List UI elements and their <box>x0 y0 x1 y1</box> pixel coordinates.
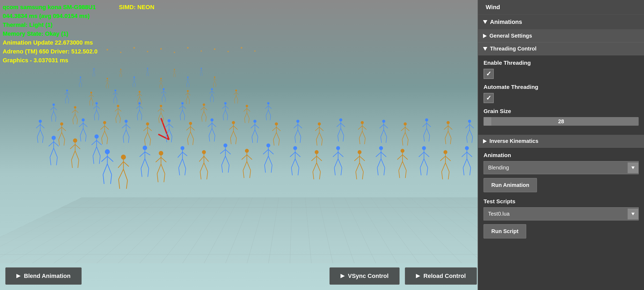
svg-line-16 <box>161 118 169 140</box>
svg-line-232 <box>137 115 138 120</box>
svg-line-209 <box>77 119 78 124</box>
wind-header[interactable]: Wind <box>478 0 644 15</box>
svg-line-285 <box>67 92 69 95</box>
svg-line-49 <box>78 160 79 168</box>
blending-dropdown[interactable]: Blending <box>484 161 639 174</box>
svg-point-178 <box>254 120 256 123</box>
animations-header[interactable]: Animations <box>478 15 644 30</box>
svg-line-120 <box>80 136 81 142</box>
svg-line-55 <box>97 147 100 156</box>
svg-line-436 <box>294 124 298 128</box>
threading-control-label: Threading Control <box>490 46 536 52</box>
inverse-kinematics-header[interactable]: Inverse Kinematics <box>478 135 644 148</box>
automate-threading-checkbox[interactable] <box>484 93 494 103</box>
svg-line-239 <box>161 113 163 118</box>
svg-line-137 <box>128 137 129 143</box>
svg-line-76 <box>220 150 225 154</box>
svg-point-298 <box>115 90 116 91</box>
svg-line-192 <box>273 140 274 146</box>
svg-line-276 <box>265 106 268 109</box>
svg-line-54 <box>93 147 97 156</box>
svg-line-177 <box>236 138 236 144</box>
svg-line-129 <box>107 138 108 144</box>
svg-line-289 <box>68 100 69 103</box>
svg-line-233 <box>141 115 142 120</box>
svg-point-538 <box>315 150 318 154</box>
svg-line-497 <box>450 138 451 144</box>
blending-value: Blending <box>484 161 628 174</box>
svg-point-586 <box>444 150 447 154</box>
svg-point-242 <box>181 102 184 104</box>
svg-line-151 <box>169 129 172 136</box>
svg-line-446 <box>316 132 319 140</box>
enable-threading-checkbox[interactable] <box>484 69 494 79</box>
svg-line-125 <box>105 126 109 129</box>
svg-line-310 <box>138 97 140 101</box>
svg-line-536 <box>291 168 292 175</box>
svg-line-279 <box>268 110 271 116</box>
svg-line-566 <box>377 159 381 168</box>
svg-line-273 <box>249 118 249 123</box>
svg-line-376 <box>160 86 160 88</box>
play-icon <box>16 274 21 278</box>
svg-line-567 <box>381 159 385 168</box>
svg-line-53 <box>97 140 102 145</box>
svg-line-85 <box>247 155 252 160</box>
svg-line-575 <box>402 161 406 170</box>
general-settings-arrow-icon <box>483 34 487 38</box>
svg-line-262 <box>223 110 225 116</box>
svg-line-38 <box>50 148 54 157</box>
svg-line-557 <box>360 156 365 161</box>
vsync-control-button[interactable]: VSync Control <box>330 267 400 285</box>
svg-line-468 <box>380 124 384 128</box>
general-settings-label: General Settings <box>489 33 532 39</box>
automate-threading-checkbox-wrapper <box>484 93 639 103</box>
svg-line-249 <box>184 115 185 120</box>
svg-line-208 <box>73 119 73 124</box>
threading-control-header[interactable]: Threading Control <box>478 42 644 55</box>
svg-line-440 <box>295 137 296 143</box>
run-script-button[interactable]: Run Script <box>484 224 526 238</box>
svg-line-229 <box>140 106 143 109</box>
svg-line-335 <box>212 94 214 99</box>
svg-line-598 <box>463 159 467 168</box>
blend-animation-button[interactable]: Blend Animation <box>5 267 82 285</box>
svg-point-282 <box>66 90 68 91</box>
reload-control-button[interactable]: Reload Control <box>405 267 477 285</box>
svg-line-493 <box>448 126 452 129</box>
svg-line-326 <box>186 96 188 100</box>
svg-line-294 <box>89 98 91 102</box>
svg-line-405 <box>121 71 122 72</box>
svg-line-3 <box>107 156 113 162</box>
svg-point-226 <box>138 102 141 104</box>
test-script-dropdown[interactable]: Test0.lua <box>484 207 639 220</box>
svg-line-87 <box>247 161 251 170</box>
svg-line-336 <box>210 99 211 102</box>
svg-point-362 <box>134 77 135 78</box>
svg-line-456 <box>338 136 339 142</box>
svg-line-473 <box>386 137 387 143</box>
svg-line-496 <box>445 138 446 144</box>
svg-line-101 <box>40 124 44 128</box>
run-animation-button[interactable]: Run Animation <box>484 178 537 192</box>
general-settings-header[interactable]: General Settings <box>478 30 644 42</box>
svg-point-330 <box>211 88 213 90</box>
svg-line-400 <box>93 74 93 77</box>
svg-line-70 <box>200 163 204 172</box>
svg-line-303 <box>115 96 117 100</box>
svg-line-422 <box>173 73 174 75</box>
svg-line-472 <box>381 137 382 143</box>
grain-size-slider[interactable]: 28 <box>484 117 639 126</box>
svg-line-437 <box>298 124 302 128</box>
svg-line-316 <box>161 91 164 93</box>
svg-line-533 <box>295 152 300 157</box>
svg-line-197 <box>54 107 57 110</box>
svg-line-133 <box>126 124 130 128</box>
svg-line-317 <box>164 91 166 93</box>
hud-memory: Memory State: Okay (1) <box>3 29 154 38</box>
svg-line-577 <box>405 171 407 178</box>
svg-point-314 <box>163 88 164 90</box>
svg-point-258 <box>224 102 226 104</box>
svg-line-2 <box>101 156 107 162</box>
svg-line-168 <box>209 136 210 142</box>
